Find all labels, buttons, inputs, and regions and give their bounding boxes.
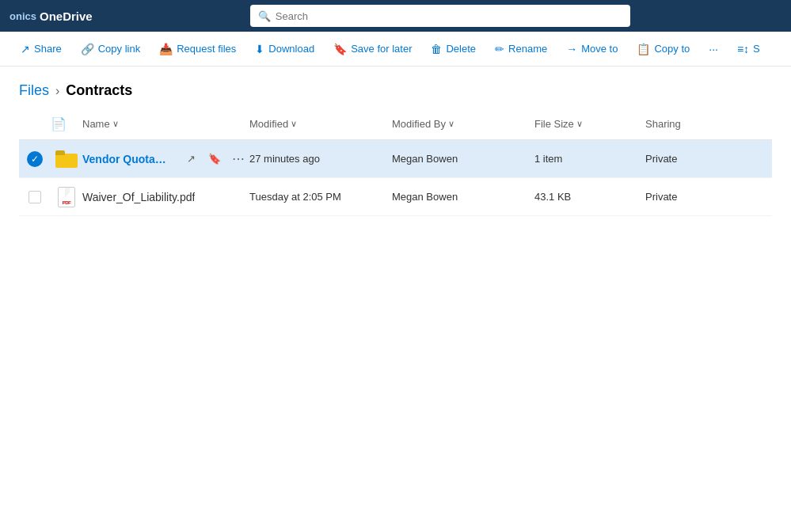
modified-cell: 27 minutes ago	[249, 153, 392, 165]
breadcrumb-current: Contracts	[66, 82, 132, 99]
sort-button[interactable]: ≡↕ S	[729, 39, 768, 59]
file-name: Waiver_Of_Liability.pdf	[82, 191, 195, 203]
row-share-button[interactable]: ↗	[180, 148, 202, 170]
copy-to-label: Copy to	[654, 43, 690, 55]
pdf-icon-cell	[51, 187, 82, 207]
search-input[interactable]	[276, 10, 622, 22]
sharing-cell: Private	[645, 153, 772, 165]
rename-button[interactable]: ✏ Rename	[487, 39, 555, 59]
modified-cell: Tuesday at 2:05 PM	[249, 191, 392, 203]
request-files-button[interactable]: 📥 Request files	[151, 39, 244, 59]
more-options-icon: ···	[709, 43, 718, 55]
sort-modified-by-icon: ∨	[448, 119, 454, 129]
file-name-cell: Waiver_Of_Liability.pdf	[82, 191, 249, 203]
sharing-cell: Private	[645, 191, 772, 203]
save-for-later-icon: 🔖	[333, 43, 347, 55]
row-bookmark-button[interactable]: 🔖	[203, 148, 226, 170]
selected-checkmark: ✓	[27, 151, 43, 167]
top-navbar: onics OneDrive 🔍	[0, 0, 791, 32]
modified-by-cell: Megan Bowen	[392, 153, 534, 165]
header-name-label: Name	[82, 118, 110, 130]
brand-prefix: onics	[10, 10, 36, 22]
move-to-button[interactable]: → Move to	[558, 39, 626, 59]
brand-name: OneDrive	[40, 10, 93, 23]
search-icon: 🔍	[258, 10, 271, 22]
file-type-icon: 📄	[51, 117, 67, 131]
breadcrumb: Files › Contracts	[19, 82, 772, 99]
header-modified-label: Modified	[249, 118, 288, 130]
row-checkbox-cell[interactable]	[19, 191, 51, 203]
share-label: Share	[34, 43, 62, 55]
modified-by-cell: Megan Bowen	[392, 191, 534, 203]
table-row[interactable]: ✓ Vendor Quotations ↗ 🔖 ⋯ 27 minutes ago…	[19, 140, 772, 178]
empty-checkbox	[29, 191, 41, 203]
request-files-icon: 📥	[159, 43, 173, 55]
download-icon: ⬇	[255, 43, 264, 55]
row-more-button[interactable]: ⋯	[227, 148, 249, 170]
copy-link-label: Copy link	[98, 43, 140, 55]
header-sharing: Sharing	[645, 118, 772, 130]
row-actions: ↗ 🔖 ⋯	[180, 148, 249, 170]
share-button[interactable]: ↗ Share	[13, 39, 70, 59]
pdf-icon	[58, 187, 75, 207]
file-list-header: 📄 Name ∨ Modified ∨ Modified By ∨ File S…	[19, 108, 772, 140]
nav-brand: onics OneDrive	[10, 10, 93, 23]
search-bar[interactable]: 🔍	[250, 5, 630, 27]
sort-label: S	[753, 43, 760, 55]
header-name[interactable]: Name ∨	[82, 118, 249, 130]
file-name-cell: Vendor Quotations ↗ 🔖 ⋯	[82, 148, 249, 170]
save-for-later-label: Save for later	[351, 43, 412, 55]
header-modified-by-label: Modified By	[392, 118, 446, 130]
folder-icon-cell	[51, 150, 82, 168]
table-row[interactable]: Waiver_Of_Liability.pdf Tuesday at 2:05 …	[19, 178, 772, 216]
header-modified-by[interactable]: Modified By ∨	[392, 118, 534, 130]
header-modified[interactable]: Modified ∨	[249, 118, 392, 130]
breadcrumb-separator: ›	[55, 84, 59, 98]
rename-icon: ✏	[495, 43, 504, 55]
copy-link-icon: 🔗	[81, 43, 94, 55]
sort-icon: ≡↕	[737, 43, 749, 55]
copy-link-button[interactable]: 🔗 Copy link	[73, 39, 148, 59]
breadcrumb-area: Files › Contracts	[0, 66, 791, 108]
file-size-cell: 43.1 KB	[534, 191, 645, 203]
download-button[interactable]: ⬇ Download	[247, 39, 322, 59]
delete-icon: 🗑	[431, 43, 442, 55]
more-options-button[interactable]: ···	[701, 39, 726, 59]
file-list-container: 📄 Name ∨ Modified ∨ Modified By ∨ File S…	[0, 108, 791, 216]
breadcrumb-parent[interactable]: Files	[19, 82, 49, 99]
file-name: Vendor Quotations	[82, 153, 167, 165]
row-checkbox-cell[interactable]: ✓	[19, 151, 51, 167]
delete-label: Delete	[446, 43, 476, 55]
copy-to-icon: 📋	[637, 43, 650, 55]
download-label: Download	[268, 43, 314, 55]
folder-icon	[55, 150, 78, 168]
header-file-size-label: File Size	[534, 118, 574, 130]
copy-to-button[interactable]: 📋 Copy to	[629, 39, 698, 59]
header-icon-cell: 📄	[51, 116, 82, 131]
save-for-later-button[interactable]: 🔖 Save for later	[325, 39, 420, 59]
header-file-size[interactable]: File Size ∨	[534, 118, 645, 130]
request-files-label: Request files	[177, 43, 236, 55]
sort-modified-icon: ∨	[291, 119, 297, 129]
sort-file-size-icon: ∨	[576, 119, 583, 129]
toolbar: ↗ Share 🔗 Copy link 📥 Request files ⬇ Do…	[0, 32, 791, 66]
move-to-label: Move to	[581, 43, 618, 55]
delete-button[interactable]: 🗑 Delete	[423, 39, 484, 59]
sort-name-icon: ∨	[112, 119, 119, 129]
rename-label: Rename	[508, 43, 547, 55]
move-to-icon: →	[566, 43, 577, 55]
header-sharing-label: Sharing	[645, 118, 681, 130]
share-icon: ↗	[21, 43, 30, 55]
file-size-cell: 1 item	[534, 153, 645, 165]
